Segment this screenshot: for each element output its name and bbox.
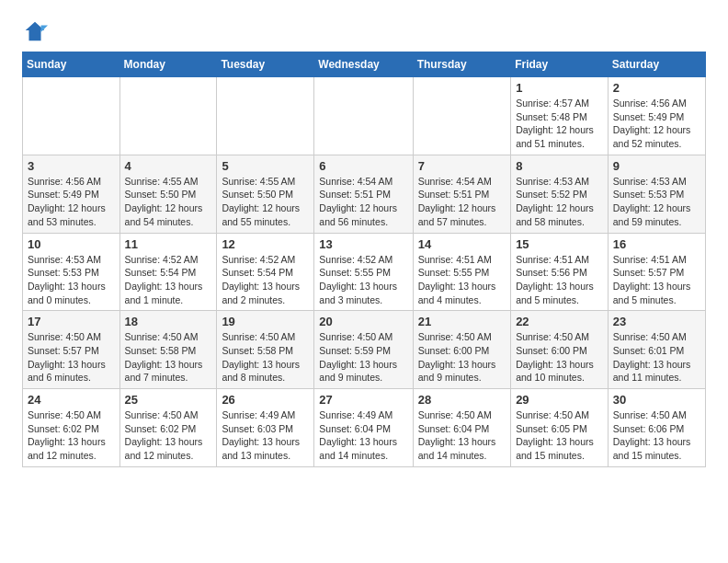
calendar-cell: 1Sunrise: 4:57 AMSunset: 5:48 PMDaylight… <box>511 77 609 155</box>
weekday-header-thursday: Thursday <box>413 52 510 77</box>
svg-marker-1 <box>41 25 48 31</box>
day-number: 22 <box>516 315 603 328</box>
day-number: 15 <box>516 237 603 251</box>
calendar-cell: 14Sunrise: 4:51 AMSunset: 5:55 PMDayligh… <box>413 233 510 311</box>
calendar-cell: 26Sunrise: 4:49 AMSunset: 6:03 PMDayligh… <box>217 389 314 467</box>
day-number: 4 <box>125 159 212 173</box>
day-number: 11 <box>125 237 212 251</box>
day-number: 29 <box>516 393 603 407</box>
day-info: Sunrise: 4:56 AMSunset: 5:49 PMDaylight:… <box>28 176 106 227</box>
day-number: 21 <box>418 315 506 328</box>
calendar-cell: 20Sunrise: 4:50 AMSunset: 5:59 PMDayligh… <box>314 311 413 389</box>
day-info: Sunrise: 4:50 AMSunset: 5:59 PMDaylight:… <box>319 331 397 383</box>
calendar-cell <box>119 77 217 155</box>
day-info: Sunrise: 4:57 AMSunset: 5:48 PMDaylight:… <box>516 98 594 149</box>
day-number: 13 <box>319 237 407 251</box>
day-number: 19 <box>222 315 309 328</box>
day-number: 6 <box>319 159 407 173</box>
calendar-cell: 7Sunrise: 4:54 AMSunset: 5:51 PMDaylight… <box>413 155 510 233</box>
calendar-cell: 8Sunrise: 4:53 AMSunset: 5:52 PMDaylight… <box>511 155 609 233</box>
day-info: Sunrise: 4:55 AMSunset: 5:50 PMDaylight:… <box>125 176 203 227</box>
calendar-cell: 21Sunrise: 4:50 AMSunset: 6:00 PMDayligh… <box>413 311 510 389</box>
day-info: Sunrise: 4:50 AMSunset: 6:01 PMDaylight:… <box>613 331 691 383</box>
day-info: Sunrise: 4:50 AMSunset: 6:00 PMDaylight:… <box>418 331 496 383</box>
day-number: 20 <box>319 315 407 328</box>
day-info: Sunrise: 4:50 AMSunset: 5:57 PMDaylight:… <box>28 331 106 383</box>
weekday-header-saturday: Saturday <box>608 52 705 77</box>
calendar-cell: 5Sunrise: 4:55 AMSunset: 5:50 PMDaylight… <box>217 155 314 233</box>
day-info: Sunrise: 4:50 AMSunset: 6:02 PMDaylight:… <box>28 409 106 461</box>
day-info: Sunrise: 4:52 AMSunset: 5:55 PMDaylight:… <box>319 254 397 305</box>
calendar-cell: 4Sunrise: 4:55 AMSunset: 5:50 PMDaylight… <box>119 155 217 233</box>
weekday-header-tuesday: Tuesday <box>217 52 314 77</box>
day-number: 7 <box>418 159 506 173</box>
day-info: Sunrise: 4:54 AMSunset: 5:51 PMDaylight:… <box>319 176 397 227</box>
day-number: 30 <box>613 393 700 407</box>
calendar-cell: 3Sunrise: 4:56 AMSunset: 5:49 PMDaylight… <box>23 155 120 233</box>
day-number: 18 <box>125 315 212 328</box>
day-info: Sunrise: 4:49 AMSunset: 6:03 PMDaylight:… <box>222 409 300 461</box>
day-number: 2 <box>613 81 700 95</box>
calendar-cell: 18Sunrise: 4:50 AMSunset: 5:58 PMDayligh… <box>119 311 217 389</box>
day-number: 5 <box>222 159 309 173</box>
calendar-cell: 13Sunrise: 4:52 AMSunset: 5:55 PMDayligh… <box>314 233 413 311</box>
day-number: 9 <box>613 159 700 173</box>
calendar-cell: 6Sunrise: 4:54 AMSunset: 5:51 PMDaylight… <box>314 155 413 233</box>
calendar-cell: 27Sunrise: 4:49 AMSunset: 6:04 PMDayligh… <box>314 389 413 467</box>
calendar-cell: 15Sunrise: 4:51 AMSunset: 5:56 PMDayligh… <box>511 233 609 311</box>
calendar-cell: 17Sunrise: 4:50 AMSunset: 5:57 PMDayligh… <box>23 311 120 389</box>
day-info: Sunrise: 4:51 AMSunset: 5:57 PMDaylight:… <box>613 254 691 305</box>
day-info: Sunrise: 4:49 AMSunset: 6:04 PMDaylight:… <box>319 409 397 461</box>
calendar-cell <box>23 77 120 155</box>
day-info: Sunrise: 4:50 AMSunset: 6:04 PMDaylight:… <box>418 409 496 461</box>
calendar-cell: 2Sunrise: 4:56 AMSunset: 5:49 PMDaylight… <box>608 77 705 155</box>
day-info: Sunrise: 4:53 AMSunset: 5:53 PMDaylight:… <box>28 254 106 305</box>
calendar-cell <box>314 77 413 155</box>
day-number: 14 <box>418 237 506 251</box>
weekday-header-monday: Monday <box>119 52 217 77</box>
day-info: Sunrise: 4:50 AMSunset: 6:00 PMDaylight:… <box>516 331 594 383</box>
calendar-cell: 10Sunrise: 4:53 AMSunset: 5:53 PMDayligh… <box>23 233 120 311</box>
day-number: 28 <box>418 393 506 407</box>
weekday-header-friday: Friday <box>511 52 609 77</box>
day-info: Sunrise: 4:51 AMSunset: 5:55 PMDaylight:… <box>418 254 496 305</box>
day-info: Sunrise: 4:53 AMSunset: 5:53 PMDaylight:… <box>613 176 691 227</box>
calendar-cell <box>413 77 510 155</box>
day-info: Sunrise: 4:50 AMSunset: 6:05 PMDaylight:… <box>516 409 594 461</box>
day-info: Sunrise: 4:50 AMSunset: 6:02 PMDaylight:… <box>125 409 203 461</box>
day-number: 16 <box>613 237 700 251</box>
weekday-header-wednesday: Wednesday <box>314 52 413 77</box>
day-info: Sunrise: 4:52 AMSunset: 5:54 PMDaylight:… <box>125 254 203 305</box>
calendar-cell: 11Sunrise: 4:52 AMSunset: 5:54 PMDayligh… <box>119 233 217 311</box>
calendar-cell: 19Sunrise: 4:50 AMSunset: 5:58 PMDayligh… <box>217 311 314 389</box>
calendar-cell: 25Sunrise: 4:50 AMSunset: 6:02 PMDayligh… <box>119 389 217 467</box>
calendar-cell: 9Sunrise: 4:53 AMSunset: 5:53 PMDaylight… <box>608 155 705 233</box>
calendar-cell: 29Sunrise: 4:50 AMSunset: 6:05 PMDayligh… <box>511 389 609 467</box>
day-number: 10 <box>28 237 115 251</box>
day-info: Sunrise: 4:56 AMSunset: 5:49 PMDaylight:… <box>613 98 691 149</box>
day-info: Sunrise: 4:54 AMSunset: 5:51 PMDaylight:… <box>418 176 496 227</box>
day-number: 25 <box>125 393 212 407</box>
logo-icon <box>22 18 48 44</box>
calendar-cell: 24Sunrise: 4:50 AMSunset: 6:02 PMDayligh… <box>23 389 120 467</box>
day-number: 24 <box>28 393 115 407</box>
day-info: Sunrise: 4:53 AMSunset: 5:52 PMDaylight:… <box>516 176 594 227</box>
calendar: SundayMondayTuesdayWednesdayThursdayFrid… <box>22 52 706 467</box>
calendar-cell: 28Sunrise: 4:50 AMSunset: 6:04 PMDayligh… <box>413 389 510 467</box>
day-number: 27 <box>319 393 407 407</box>
calendar-cell: 16Sunrise: 4:51 AMSunset: 5:57 PMDayligh… <box>608 233 705 311</box>
day-info: Sunrise: 4:55 AMSunset: 5:50 PMDaylight:… <box>222 176 300 227</box>
weekday-header-sunday: Sunday <box>23 52 120 77</box>
logo <box>22 18 51 44</box>
day-number: 8 <box>516 159 603 173</box>
calendar-cell: 12Sunrise: 4:52 AMSunset: 5:54 PMDayligh… <box>217 233 314 311</box>
day-number: 23 <box>613 315 700 328</box>
day-info: Sunrise: 4:50 AMSunset: 6:06 PMDaylight:… <box>613 409 691 461</box>
calendar-cell: 30Sunrise: 4:50 AMSunset: 6:06 PMDayligh… <box>608 389 705 467</box>
calendar-cell: 22Sunrise: 4:50 AMSunset: 6:00 PMDayligh… <box>511 311 609 389</box>
day-info: Sunrise: 4:51 AMSunset: 5:56 PMDaylight:… <box>516 254 594 305</box>
day-number: 26 <box>222 393 309 407</box>
calendar-cell: 23Sunrise: 4:50 AMSunset: 6:01 PMDayligh… <box>608 311 705 389</box>
day-info: Sunrise: 4:50 AMSunset: 5:58 PMDaylight:… <box>125 331 203 383</box>
day-info: Sunrise: 4:50 AMSunset: 5:58 PMDaylight:… <box>222 331 300 383</box>
